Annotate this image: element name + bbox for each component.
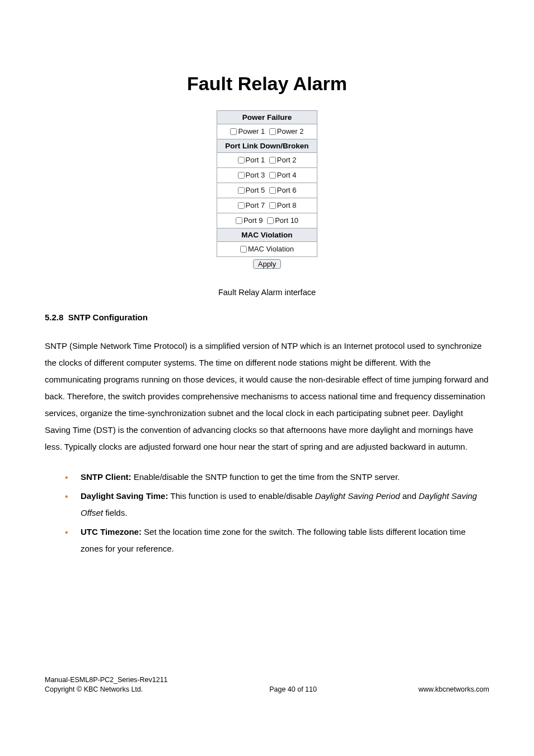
power1-checkbox[interactable] xyxy=(230,128,237,135)
port-row-4: Port 7 Port 8 xyxy=(217,198,317,213)
port1-checkbox[interactable] xyxy=(238,157,245,164)
section-number: 5.2.8 xyxy=(45,312,63,322)
bullet-italic: Daylight Saving Period xyxy=(315,491,400,501)
port3-label: Port 3 xyxy=(246,171,265,179)
port2-checkbox[interactable] xyxy=(269,157,276,164)
list-item: UTC Timezone: Set the location time zone… xyxy=(65,524,489,557)
port4-label: Port 4 xyxy=(277,171,297,179)
port-row-3: Port 5 Port 6 xyxy=(217,183,317,198)
port9-checkbox[interactable] xyxy=(236,217,242,224)
feature-list: SNTP Client: Enable/disable the SNTP fun… xyxy=(45,469,489,557)
port7-label: Port 7 xyxy=(246,201,265,209)
port2-label: Port 2 xyxy=(277,156,297,164)
port6-checkbox[interactable] xyxy=(269,187,276,194)
bullet-text: and xyxy=(400,491,419,501)
panel-title: Fault Relay Alarm xyxy=(45,73,489,95)
list-item: Daylight Saving Time: This function is u… xyxy=(65,488,489,521)
mac-violation-row: MAC Violation xyxy=(217,242,317,257)
list-item: SNTP Client: Enable/disable the SNTP fun… xyxy=(65,469,489,486)
panel-caption: Fault Relay Alarm interface xyxy=(45,288,489,297)
port10-checkbox[interactable] xyxy=(267,217,274,224)
power2-checkbox[interactable] xyxy=(269,128,276,135)
footer-line2: Copyright © KBC Networks Ltd. xyxy=(45,685,168,694)
section-heading: 5.2.8 SNTP Configuration xyxy=(45,312,489,322)
port10-label: Port 10 xyxy=(275,216,298,225)
page-footer: Manual-ESML8P-PC2_Series-Rev1211 Copyrig… xyxy=(45,675,489,694)
bullet-label: UTC Timezone: xyxy=(81,527,142,536)
port-row-2: Port 3 Port 4 xyxy=(217,168,317,183)
port1-label: Port 1 xyxy=(246,156,265,164)
power-failure-row: Power 1 Power 2 xyxy=(217,124,317,139)
section-title: SNTP Configuration xyxy=(68,312,148,322)
fault-relay-table: Power Failure Power 1 Power 2 Port Link … xyxy=(217,110,317,271)
port9-label: Port 9 xyxy=(243,216,263,225)
port4-checkbox[interactable] xyxy=(269,172,276,179)
footer-url: www.kbcnetworks.com xyxy=(419,685,489,694)
mac-violation-label: MAC Violation xyxy=(248,245,294,253)
port3-checkbox[interactable] xyxy=(238,172,245,179)
power-failure-header: Power Failure xyxy=(217,111,317,124)
port5-label: Port 5 xyxy=(246,186,265,194)
port-row-1: Port 1 Port 2 xyxy=(217,153,317,168)
power1-label: Power 1 xyxy=(238,127,265,136)
bullet-text: Enable/disable the SNTP function to get … xyxy=(132,472,400,482)
port-row-5: Port 9 Port 10 xyxy=(217,213,317,228)
bullet-text: fields. xyxy=(103,508,127,517)
port6-label: Port 6 xyxy=(277,186,297,194)
port7-checkbox[interactable] xyxy=(238,202,245,209)
port-link-header: Port Link Down/Broken xyxy=(217,139,317,153)
port5-checkbox[interactable] xyxy=(238,187,245,194)
port8-checkbox[interactable] xyxy=(269,202,276,209)
apply-button[interactable]: Apply xyxy=(253,259,282,269)
paragraph-1: SNTP (Simple Network Time Protocol) is a… xyxy=(45,338,489,455)
power2-label: Power 2 xyxy=(277,127,304,136)
bullet-text: This function is used to enable/disable xyxy=(168,491,315,501)
port8-label: Port 8 xyxy=(277,201,297,209)
footer-page: Page 40 of 110 xyxy=(168,685,419,694)
footer-line1: Manual-ESML8P-PC2_Series-Rev1211 xyxy=(45,675,168,685)
bullet-label: Daylight Saving Time: xyxy=(81,491,168,501)
mac-violation-header: MAC Violation xyxy=(217,228,317,242)
bullet-label: SNTP Client: xyxy=(81,472,132,482)
mac-violation-checkbox[interactable] xyxy=(240,246,247,253)
